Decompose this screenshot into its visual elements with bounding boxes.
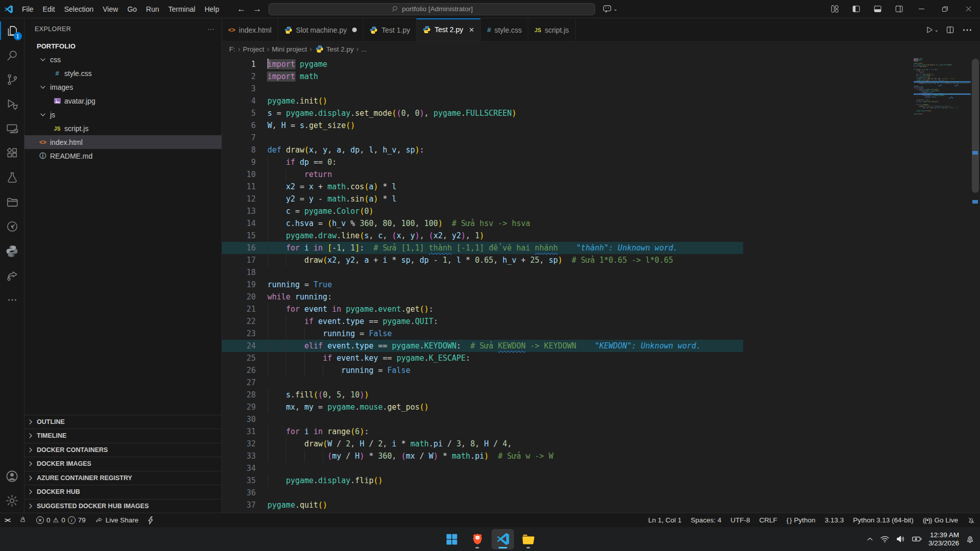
code-line-34[interactable]: 34 <box>222 462 743 474</box>
status-encoding[interactable]: UTF-8 <box>726 513 754 527</box>
toggle-panel-icon[interactable] <box>867 1 888 18</box>
code-line-20[interactable]: 20while running: <box>222 291 743 303</box>
menu-run[interactable]: Run <box>141 3 164 15</box>
minimize-button[interactable] <box>910 0 933 18</box>
status-python-version[interactable]: 3.13.3 <box>820 513 849 527</box>
run-python-file-button[interactable]: ⌄ <box>925 26 939 34</box>
close-button[interactable] <box>957 0 980 18</box>
hidden-icons-chevron-icon[interactable] <box>866 535 874 543</box>
section-outline[interactable]: OUTLINE <box>24 415 222 429</box>
code-line-4[interactable]: 4pygame.init() <box>222 95 743 107</box>
folder-js[interactable]: js <box>24 108 222 121</box>
taskbar-vscode[interactable] <box>492 529 514 549</box>
file-avatar-jpg[interactable]: avatar.jpg <box>24 94 222 108</box>
tab-slot-machine-py[interactable]: Slot machine.py <box>278 18 364 41</box>
activity-remote-explorer[interactable] <box>0 116 24 141</box>
activity-testing[interactable] <box>0 165 24 190</box>
status-rocket[interactable] <box>14 513 32 527</box>
file-readme-md[interactable]: ⓘREADME.md <box>24 149 222 163</box>
section-suggested-docker-hub-images[interactable]: SUGGESTED DOCKER HUB IMAGES <box>24 499 222 513</box>
minimap[interactable]: import pygameimport mathpygame.init()s =… <box>914 58 971 115</box>
menu-selection[interactable]: Selection <box>60 3 99 15</box>
activity-more[interactable] <box>0 288 24 312</box>
clock[interactable]: 12:39 AM 3/23/2026 <box>928 531 959 547</box>
code-line-6[interactable]: 6W, H = s.get_size() <box>222 119 743 132</box>
menu-help[interactable]: Help <box>200 3 224 15</box>
status-problems[interactable]: ✕0⚠0i79 <box>32 513 90 527</box>
section-docker-hub[interactable]: DOCKER HUB <box>24 485 222 499</box>
tab-script-js[interactable]: JSscript.js <box>528 18 575 41</box>
copilot-icon[interactable]: ⌄ <box>602 4 617 14</box>
breadcrumb-symbols[interactable]: ... <box>361 45 367 53</box>
command-center-search[interactable]: portfolio [Administrator] <box>268 3 595 15</box>
tab-index-html[interactable]: <>index.html <box>222 18 278 41</box>
code-line-19[interactable]: 19running = True <box>222 279 743 291</box>
breadcrumb-file[interactable]: Test 2.py <box>326 45 354 53</box>
vertical-scrollbar[interactable] <box>971 56 980 513</box>
code-line-12[interactable]: 12 y2 = y - math.sin(a) * l <box>222 193 743 205</box>
code-line-3[interactable]: 3 <box>222 83 743 95</box>
code-line-5[interactable]: 5s = pygame.display.set_mode((0, 0), pyg… <box>222 107 743 119</box>
status-cursor-position[interactable]: Ln 1, Col 1 <box>644 513 686 527</box>
code-line-10[interactable]: 10 return <box>222 168 743 181</box>
status-live-share[interactable]: Live Share <box>90 513 143 527</box>
code-line-13[interactable]: 13 c = pygame.Color(0) <box>222 205 743 217</box>
code-line-1[interactable]: 1import pygame <box>222 58 743 70</box>
code-line-30[interactable]: 30 <box>222 413 743 425</box>
activity-live-share[interactable] <box>0 214 24 239</box>
taskbar-brave-browser[interactable] <box>466 529 488 549</box>
toggle-sidebar-left-icon[interactable] <box>845 1 867 18</box>
code-line-18[interactable]: 18 <box>222 266 743 279</box>
activity-source-control[interactable] <box>0 67 24 92</box>
code-line-33[interactable]: 33 (my / H) * 360, (mx / W) * math.pi) #… <box>222 450 743 462</box>
section-docker-images[interactable]: DOCKER IMAGES <box>24 457 222 471</box>
status-language-mode[interactable]: { }Python <box>782 513 820 527</box>
code-line-35[interactable]: 35 pygame.display.flip() <box>222 474 743 487</box>
code-line-27[interactable]: 27 <box>222 377 743 389</box>
status-go-live[interactable]: ((•))Go Live <box>918 513 963 527</box>
folder-images[interactable]: images <box>24 80 222 94</box>
menu-edit[interactable]: Edit <box>38 3 60 15</box>
breadcrumb-item[interactable]: Mini project <box>272 45 307 53</box>
explorer-more-actions[interactable]: ··· <box>207 26 214 33</box>
code-line-25[interactable]: 25 if event.key == pygame.K_ESCAPE: <box>222 352 743 364</box>
tab-test-2-py[interactable]: Test 2.py✕ <box>416 18 481 41</box>
activity-extensions[interactable] <box>0 141 24 165</box>
notification-bell-icon[interactable] <box>965 534 975 544</box>
taskbar-start[interactable] <box>440 529 463 549</box>
section-timeline[interactable]: TIMELINE <box>24 429 222 443</box>
status-notifications-muted[interactable] <box>963 513 980 527</box>
folder-css[interactable]: css <box>24 53 222 66</box>
code-line-16[interactable]: 16 for i in [-1, 1]: # Sửa [1,1] thành [… <box>222 242 743 254</box>
code-line-9[interactable]: 9 if dp == 0: <box>222 156 743 168</box>
code-line-8[interactable]: 8def draw(x, y, a, dp, l, h_v, sp): <box>222 144 743 156</box>
activity-accounts[interactable] <box>0 464 24 488</box>
activity-explorer[interactable]: 1 <box>0 18 24 43</box>
maximize-button[interactable] <box>933 0 957 18</box>
tab-test-1-py[interactable]: Test 1.py <box>363 18 416 41</box>
activity-share[interactable] <box>0 263 24 288</box>
code-line-17[interactable]: 17 draw(x2, y2, a + i * sp, dp - 1, l * … <box>222 254 743 266</box>
status-python-interpreter[interactable]: Python 3.13 (64-bit) <box>848 513 918 527</box>
more-actions-button[interactable] <box>962 24 973 36</box>
volume-icon[interactable] <box>896 534 905 544</box>
code-line-15[interactable]: 15 pygame.draw.line(s, c, (x, y), (x2, y… <box>222 230 743 242</box>
status-flash[interactable] <box>143 513 158 527</box>
section-azure-container-registry[interactable]: AZURE CONTAINER REGISTRY <box>24 471 222 485</box>
activity-run-debug[interactable] <box>0 92 24 116</box>
code-line-36[interactable]: 36 <box>222 487 743 499</box>
code-line-29[interactable]: 29 mx, my = pygame.mouse.get_pos() <box>222 401 743 413</box>
menu-file[interactable]: File <box>17 3 38 15</box>
code-line-28[interactable]: 28 s.fill((0, 5, 10)) <box>222 389 743 401</box>
menu-terminal[interactable]: Terminal <box>164 3 200 15</box>
tab-close-icon[interactable]: ✕ <box>469 26 475 34</box>
scrollbar-thumb[interactable] <box>972 59 979 193</box>
code-line-32[interactable]: 32 draw(W / 2, H / 2, i * math.pi / 3, 8… <box>222 438 743 450</box>
code-line-7[interactable]: 7 <box>222 132 743 144</box>
menu-view[interactable]: View <box>98 3 122 15</box>
status-indentation[interactable]: Spaces: 4 <box>686 513 726 527</box>
activity-python[interactable] <box>0 239 24 263</box>
history-forward-button[interactable]: → <box>253 4 261 14</box>
file-style-css[interactable]: #style.css <box>24 66 222 80</box>
tab-style-css[interactable]: #style.css <box>481 18 528 41</box>
